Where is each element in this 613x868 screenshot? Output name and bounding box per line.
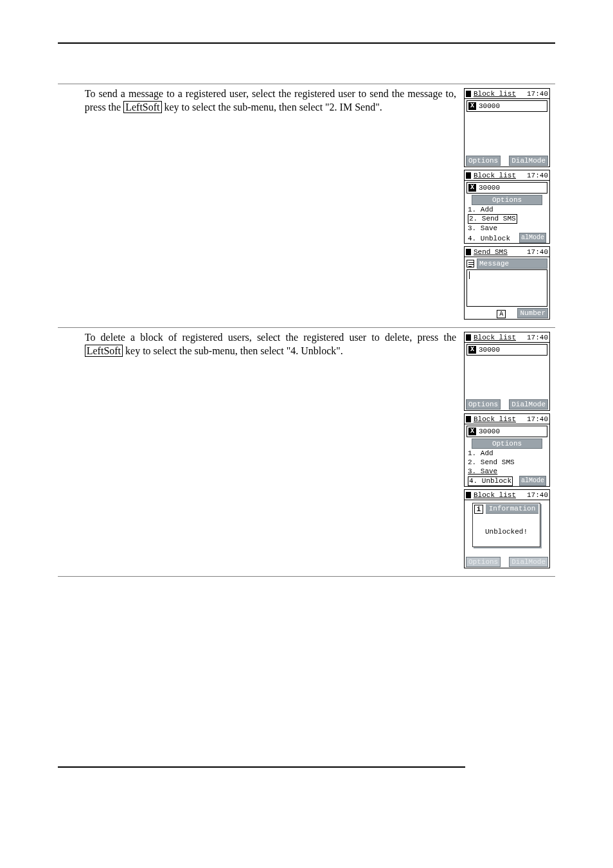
info-icon: i — [474, 505, 483, 514]
almode-softkey[interactable]: alMode — [519, 476, 546, 486]
number-softkey[interactable]: Number — [517, 308, 548, 318]
desc-post: key to select the sub-menu, then select … — [162, 102, 382, 113]
menu-item-add[interactable]: 1. Add — [468, 205, 546, 214]
menu-item-unblock[interactable]: 4. Unblock — [468, 476, 513, 486]
list-item[interactable]: X 30000 — [466, 100, 547, 112]
block-icon: X — [468, 428, 476, 435]
popup-header: Information — [486, 504, 538, 514]
block-icon: X — [468, 346, 476, 354]
options-softkey[interactable]: Options — [466, 399, 501, 410]
popup-message: Unblocked! — [473, 514, 540, 543]
clock: 17:40 — [527, 415, 548, 424]
signal-icon — [466, 416, 471, 422]
list-item-label: 30000 — [479, 102, 500, 111]
message-label: Message — [477, 258, 547, 269]
list-item-label: 30000 — [479, 183, 500, 192]
list-item[interactable]: X 30000 — [466, 182, 547, 194]
leftsoft-key: LeftSoft — [85, 345, 123, 357]
screen-title: Send SMS — [474, 248, 527, 257]
phone-screen: Block list 17:40 i Information Unblocked… — [464, 489, 550, 568]
row-index — [58, 84, 81, 328]
screen-title: Block list — [474, 333, 527, 342]
menu-item-unblock[interactable]: 4. Unblock — [468, 234, 510, 243]
clock: 17:40 — [527, 248, 548, 257]
list-item-label: 30000 — [479, 427, 500, 436]
list-item[interactable]: X 30000 — [466, 426, 547, 437]
signal-icon — [466, 334, 471, 341]
clock: 17:40 — [527, 171, 548, 180]
block-icon: X — [468, 184, 476, 192]
block-icon: X — [468, 102, 476, 110]
mode-indicator[interactable]: A — [497, 310, 506, 318]
phone-screen: Send SMS 17:40 Message — [464, 246, 550, 320]
menu-header: Options — [472, 195, 542, 205]
dialmode-softkey[interactable]: DialMode — [509, 156, 548, 166]
list-item-label: 30000 — [479, 345, 500, 354]
desc-pre: To delete a block of registered users, s… — [85, 332, 456, 343]
options-softkey: Options — [466, 557, 501, 567]
screen-title: Block list — [474, 415, 527, 424]
row-index — [58, 328, 81, 577]
almode-softkey[interactable]: alMode — [519, 233, 546, 243]
clock: 17:40 — [527, 333, 548, 342]
desc-post: key to select the sub-menu, then select … — [123, 345, 343, 356]
phone-screen: Block list 17:40 X 30000 Options DialMod… — [464, 88, 550, 167]
signal-icon — [466, 492, 471, 498]
menu-header: Options — [472, 439, 542, 449]
message-input[interactable] — [466, 269, 547, 307]
phone-screen: Block list 17:40 X 30000 Options 1. Add … — [464, 170, 550, 244]
menu-item-add[interactable]: 1. Add — [468, 449, 546, 458]
screen-title: Block list — [474, 491, 527, 500]
dialmode-softkey: DialMode — [509, 557, 548, 567]
list-item[interactable]: X 30000 — [466, 344, 547, 356]
signal-icon — [466, 249, 471, 255]
info-popup: i Information Unblocked! — [472, 503, 540, 547]
phone-screen: Block list 17:40 X 30000 Options DialMod… — [464, 332, 550, 411]
text-cursor — [469, 271, 470, 279]
instruction-text: To delete a block of registered users, s… — [81, 328, 460, 577]
dialmode-softkey[interactable]: DialMode — [509, 399, 548, 410]
options-softkey[interactable]: Options — [466, 156, 501, 166]
screen-title: Block list — [474, 171, 527, 180]
menu-item-send-sms[interactable]: 2. Send SMS — [468, 458, 546, 467]
menu-item-save[interactable]: 3. Save — [468, 467, 546, 476]
menu-item-send-sms[interactable]: 2. Send SMS — [468, 214, 517, 224]
message-icon — [466, 260, 474, 267]
leftsoft-key: LeftSoft — [123, 101, 161, 113]
clock: 17:40 — [527, 491, 548, 500]
instruction-text: To send a message to a registered user, … — [81, 84, 460, 328]
signal-icon — [466, 172, 471, 179]
clock: 17:40 — [527, 89, 548, 98]
signal-icon — [466, 91, 471, 97]
menu-item-save[interactable]: 3. Save — [468, 224, 546, 233]
screen-title: Block list — [474, 89, 527, 98]
phone-screen: Block list 17:40 X 30000 Options 1. Add … — [464, 413, 550, 487]
